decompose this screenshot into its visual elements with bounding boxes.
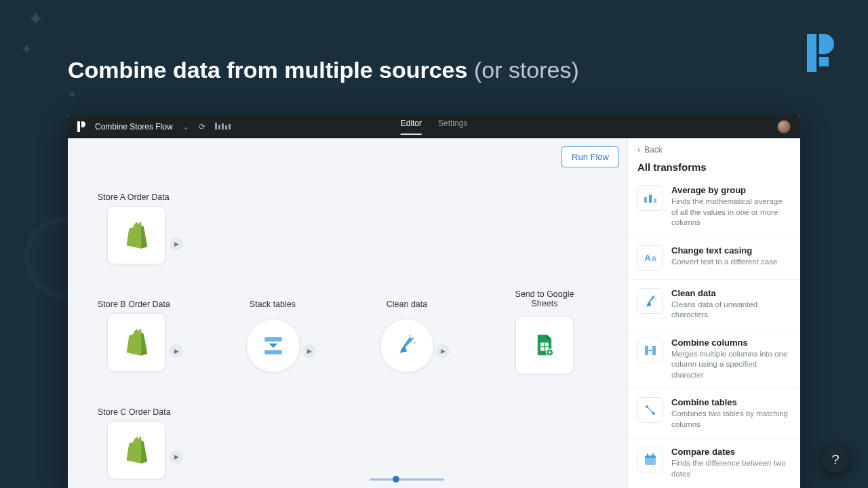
sparkle-decoration: ✦	[68, 88, 77, 101]
svg-point-12	[414, 342, 416, 344]
zoom-slider[interactable]	[370, 474, 444, 484]
svg-rect-0	[215, 123, 217, 129]
flow-name[interactable]: Combine Stores Flow	[95, 122, 173, 131]
play-icon[interactable]: ▶	[436, 344, 450, 358]
app-frame: Combine Stores Flow ⌄ ⟳ Editor Settings …	[68, 115, 800, 488]
node-store-b[interactable]	[107, 313, 165, 371]
brand-logo	[807, 34, 834, 72]
sheets-icon	[533, 333, 556, 357]
app-toolbar: Combine Stores Flow ⌄ ⟳ Editor Settings	[68, 115, 800, 138]
play-icon[interactable]: ▶	[302, 344, 316, 358]
transform-item-average-by-group[interactable]: Average by group Finds the mathematical …	[628, 177, 800, 237]
text-casing-icon: Aa	[637, 245, 663, 271]
play-icon[interactable]: ▶	[170, 450, 183, 464]
play-icon[interactable]: ▶	[170, 344, 183, 358]
chevron-down-icon[interactable]: ⌄	[182, 122, 189, 131]
svg-rect-29	[647, 453, 648, 456]
transforms-list[interactable]: Average by group Finds the mathematical …	[628, 177, 800, 486]
svg-rect-3	[225, 125, 227, 129]
node-label-sheets: Send to Google Sheets	[507, 289, 582, 308]
stack-icon	[262, 334, 285, 357]
node-label-store-b: Store B Order Data	[98, 300, 193, 309]
svg-rect-20	[654, 199, 656, 203]
transform-desc: Finds the difference between two dates	[671, 458, 791, 479]
transform-item-clean-data[interactable]: Clean data Cleans data of unwanted chara…	[628, 280, 800, 329]
transform-desc: Merges multiple columns into one column …	[671, 349, 791, 381]
back-label: Back	[644, 145, 663, 155]
run-flow-button[interactable]: Run Flow	[561, 146, 619, 167]
svg-point-22	[655, 298, 656, 300]
flow-connectors	[68, 138, 271, 240]
transform-name: Combine columns	[671, 338, 791, 348]
page-title-main: Combine data from multiple sources	[68, 57, 467, 83]
wand-icon	[395, 334, 418, 357]
transform-desc: Finds the mathematical average of all th…	[671, 197, 791, 228]
svg-rect-19	[649, 195, 652, 203]
svg-rect-18	[644, 197, 647, 203]
node-store-c[interactable]	[107, 421, 165, 479]
node-clean-data[interactable]	[380, 319, 434, 373]
page-title-suffix: (or stores)	[467, 57, 578, 83]
svg-rect-4	[229, 124, 231, 129]
sparkle-decoration: ✦	[27, 7, 44, 30]
header-tabs: Editor Settings	[401, 119, 468, 135]
node-label-sheets-line1: Send to Google	[515, 289, 574, 299]
app-logo-icon	[77, 121, 85, 132]
svg-point-21	[654, 296, 655, 297]
transform-desc: Combines two tables by matching columns	[671, 409, 791, 430]
svg-point-13	[409, 335, 410, 336]
svg-rect-30	[652, 453, 654, 456]
transform-desc: Convert text to a different case	[671, 257, 777, 268]
transform-item-compare-dates[interactable]: Compare dates Finds the difference betwe…	[628, 439, 800, 486]
transform-name: Combine tables	[671, 397, 791, 407]
node-label-sheets-line2: Sheets	[532, 299, 558, 308]
back-button[interactable]: ‹ Back	[628, 138, 800, 161]
chart-icon[interactable]	[215, 121, 231, 131]
shopify-icon	[124, 436, 149, 464]
svg-rect-24	[652, 346, 656, 355]
page-title: Combine data from multiple sources (or s…	[68, 57, 579, 83]
play-icon[interactable]: ▶	[170, 237, 183, 251]
node-stack-tables[interactable]	[246, 319, 300, 373]
avatar[interactable]	[777, 120, 791, 134]
svg-rect-8	[264, 337, 282, 341]
transform-name: Compare dates	[671, 447, 791, 457]
node-label-store-a: Store A Order Data	[98, 192, 193, 202]
svg-rect-1	[218, 125, 220, 129]
tab-settings[interactable]: Settings	[438, 119, 467, 135]
tab-editor[interactable]: Editor	[401, 119, 422, 135]
shopify-icon	[124, 222, 149, 249]
svg-marker-9	[269, 344, 278, 348]
bar-chart-icon	[637, 185, 663, 211]
sparkle-decoration: ✦	[20, 41, 33, 58]
help-button[interactable]: ?	[822, 446, 849, 473]
svg-rect-2	[222, 123, 224, 129]
combine-tables-icon	[637, 397, 663, 423]
calendar-icon	[637, 447, 663, 472]
transform-name: Change text casing	[671, 245, 777, 256]
svg-rect-28	[645, 455, 656, 458]
transform-name: Clean data	[671, 288, 791, 298]
transform-item-change-text-casing[interactable]: Aa Change text casing Convert text to a …	[628, 237, 800, 280]
combine-columns-icon	[637, 338, 663, 363]
flow-canvas[interactable]: Run Flow Store A Order Data ▶ Store B Or…	[68, 138, 627, 488]
transform-name: Average by group	[671, 185, 791, 195]
svg-rect-10	[264, 350, 282, 354]
node-label-stack: Stack tables	[239, 300, 307, 309]
chevron-left-icon: ‹	[637, 145, 640, 155]
svg-rect-23	[645, 346, 648, 355]
node-label-store-c: Store C Order Data	[98, 407, 193, 417]
svg-point-11	[412, 338, 414, 340]
transform-desc: Cleans data of unwanted characters.	[671, 300, 791, 321]
node-google-sheets[interactable]	[515, 316, 574, 374]
transform-item-combine-tables[interactable]: Combine tables Combines two tables by ma…	[628, 389, 800, 439]
refresh-icon[interactable]: ⟳	[199, 122, 205, 131]
transforms-sidebar: ‹ Back All transforms Average by group F…	[627, 138, 800, 488]
wand-icon	[637, 288, 663, 314]
shopify-icon	[124, 329, 149, 356]
sidebar-title: All transforms	[628, 161, 800, 177]
transform-item-combine-columns[interactable]: Combine columns Merges multiple columns …	[628, 329, 800, 390]
node-label-clean: Clean data	[373, 300, 441, 309]
node-store-a[interactable]	[107, 206, 165, 264]
